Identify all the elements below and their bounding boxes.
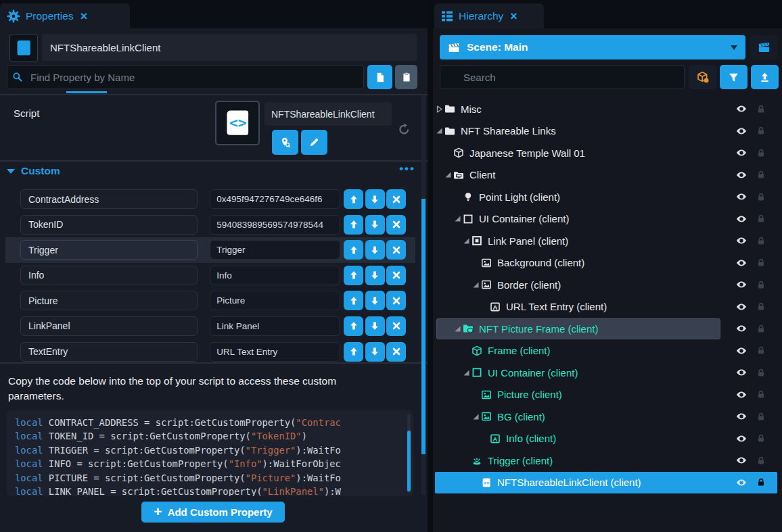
lock-icon[interactable] bbox=[756, 389, 766, 400]
expander-open-icon[interactable] bbox=[472, 281, 480, 289]
property-name-field[interactable]: LinkPanel bbox=[20, 316, 198, 336]
section-menu-icon[interactable]: ••• bbox=[399, 162, 415, 176]
property-name-field[interactable]: Picture bbox=[20, 291, 198, 310]
custom-section-header[interactable]: Custom bbox=[7, 165, 60, 177]
expander-open-icon[interactable] bbox=[462, 237, 471, 245]
close-tab-icon[interactable]: × bbox=[80, 10, 88, 22]
tree-row[interactable]: Misc bbox=[435, 98, 777, 120]
export-button[interactable] bbox=[751, 65, 779, 89]
move-down-button[interactable] bbox=[365, 291, 385, 310]
move-up-button[interactable] bbox=[344, 291, 363, 310]
move-down-button[interactable] bbox=[365, 342, 385, 362]
visibility-eye-icon[interactable] bbox=[734, 411, 749, 422]
tree-row[interactable]: BG (client) bbox=[435, 406, 777, 428]
lock-icon[interactable] bbox=[756, 214, 766, 224]
scene-settings-button[interactable] bbox=[750, 35, 778, 59]
property-name-field[interactable]: TokenID bbox=[20, 215, 198, 235]
tree-row[interactable]: NFT Shareable Links bbox=[435, 120, 777, 143]
visibility-eye-icon[interactable] bbox=[734, 455, 749, 466]
delete-property-button[interactable] bbox=[386, 342, 406, 362]
lock-icon[interactable] bbox=[756, 301, 766, 312]
lock-locked-icon[interactable] bbox=[756, 477, 766, 487]
tree-row[interactable]: UI Container (client) bbox=[435, 208, 777, 231]
property-value-field[interactable]: Link Panel bbox=[210, 316, 340, 336]
lock-icon[interactable] bbox=[756, 456, 766, 466]
locate-script-button[interactable] bbox=[272, 130, 298, 155]
move-up-button[interactable] bbox=[344, 266, 363, 285]
tree-row[interactable]: Info (client) bbox=[435, 428, 777, 450]
visibility-eye-icon[interactable] bbox=[734, 191, 749, 202]
add-object-button[interactable] bbox=[689, 65, 717, 89]
expander-collapsed-icon[interactable] bbox=[435, 105, 444, 114]
panel-scrollbar-thumb[interactable] bbox=[421, 199, 426, 454]
tree-row[interactable]: Client bbox=[435, 164, 777, 187]
filter-button[interactable] bbox=[720, 65, 748, 89]
delete-property-button[interactable] bbox=[386, 266, 406, 285]
visibility-eye-icon[interactable] bbox=[734, 301, 749, 312]
move-down-button[interactable] bbox=[365, 189, 385, 209]
move-up-button[interactable] bbox=[344, 342, 363, 362]
lock-icon[interactable] bbox=[756, 412, 766, 422]
tree-row[interactable]: Japanese Temple Wall 01 bbox=[435, 142, 777, 164]
visibility-eye-icon[interactable] bbox=[734, 279, 749, 290]
property-name-field[interactable]: ContractAddress bbox=[20, 189, 198, 209]
move-down-button[interactable] bbox=[365, 215, 385, 235]
tree-row[interactable]: Point Light (client) bbox=[435, 186, 777, 208]
visibility-eye-icon[interactable] bbox=[734, 433, 749, 444]
lock-icon[interactable] bbox=[756, 433, 766, 443]
lock-icon[interactable] bbox=[756, 192, 766, 202]
visibility-eye-icon[interactable] bbox=[734, 345, 749, 356]
move-down-button[interactable] bbox=[365, 266, 385, 285]
expander-open-icon[interactable] bbox=[444, 170, 453, 179]
delete-property-button[interactable] bbox=[386, 215, 406, 235]
tree-row-highlighted[interactable]: NFT Picture Frame (client) bbox=[435, 318, 777, 340]
visibility-eye-icon[interactable] bbox=[734, 367, 749, 378]
visibility-eye-icon[interactable] bbox=[734, 214, 749, 224]
property-value-field[interactable]: Trigger bbox=[210, 240, 340, 260]
move-up-button[interactable] bbox=[344, 316, 363, 336]
visibility-eye-icon[interactable] bbox=[734, 477, 749, 488]
lock-icon[interactable] bbox=[756, 345, 766, 356]
property-name-field[interactable]: TextEntry bbox=[20, 342, 198, 362]
code-snippet-block[interactable]: local CONTRACT_ADDRESS = script:GetCusto… bbox=[7, 410, 413, 496]
property-name-field[interactable]: Trigger bbox=[20, 240, 198, 260]
visibility-eye-icon[interactable] bbox=[734, 323, 749, 334]
property-value-field[interactable]: Picture bbox=[210, 291, 340, 310]
lock-icon[interactable] bbox=[756, 236, 766, 246]
delete-property-button[interactable] bbox=[386, 189, 406, 209]
tab-hierarchy[interactable]: Hierarchy × bbox=[434, 3, 544, 28]
tree-row-selected[interactable]: NFTShareableLinkClient (client) bbox=[435, 472, 777, 494]
copy-properties-button[interactable] bbox=[367, 65, 392, 89]
hierarchy-search-input[interactable] bbox=[440, 65, 685, 89]
tree-row[interactable]: UI Container (client) bbox=[435, 362, 777, 384]
tree-row[interactable]: Background (client) bbox=[435, 252, 777, 274]
expander-open-icon[interactable] bbox=[453, 214, 462, 223]
tree-row[interactable]: Trigger (client) bbox=[435, 450, 777, 472]
paste-properties-button[interactable] bbox=[395, 65, 417, 89]
property-value-field[interactable]: 594083989569574978544 bbox=[210, 215, 340, 235]
move-down-button[interactable] bbox=[365, 316, 385, 336]
visibility-eye-icon[interactable] bbox=[734, 258, 749, 268]
expander-open-icon[interactable] bbox=[453, 324, 462, 333]
find-property-input[interactable] bbox=[7, 65, 364, 89]
visibility-eye-icon[interactable] bbox=[734, 126, 749, 137]
code-scrollbar-thumb[interactable] bbox=[407, 431, 411, 491]
visibility-eye-icon[interactable] bbox=[734, 235, 749, 246]
expander-open-icon[interactable] bbox=[435, 126, 444, 135]
delete-property-button[interactable] bbox=[386, 240, 406, 260]
lock-icon[interactable] bbox=[756, 126, 766, 136]
move-down-button[interactable] bbox=[365, 240, 385, 260]
move-up-button[interactable] bbox=[344, 189, 363, 209]
object-name-field[interactable] bbox=[42, 34, 417, 61]
lock-icon[interactable] bbox=[756, 170, 766, 180]
edit-script-button[interactable] bbox=[301, 130, 327, 155]
add-custom-property-button[interactable]: + Add Custom Property bbox=[141, 502, 285, 523]
delete-property-button[interactable] bbox=[386, 291, 406, 310]
script-asset-name[interactable]: NFTShareableLinkClient bbox=[264, 102, 392, 126]
lock-icon[interactable] bbox=[756, 104, 766, 114]
tree-row[interactable]: Frame (client) bbox=[435, 340, 777, 362]
lock-icon[interactable] bbox=[756, 368, 766, 378]
expander-open-icon[interactable] bbox=[472, 412, 480, 421]
move-up-button[interactable] bbox=[344, 215, 363, 235]
tree-row[interactable]: Link Panel (client) bbox=[435, 230, 777, 252]
